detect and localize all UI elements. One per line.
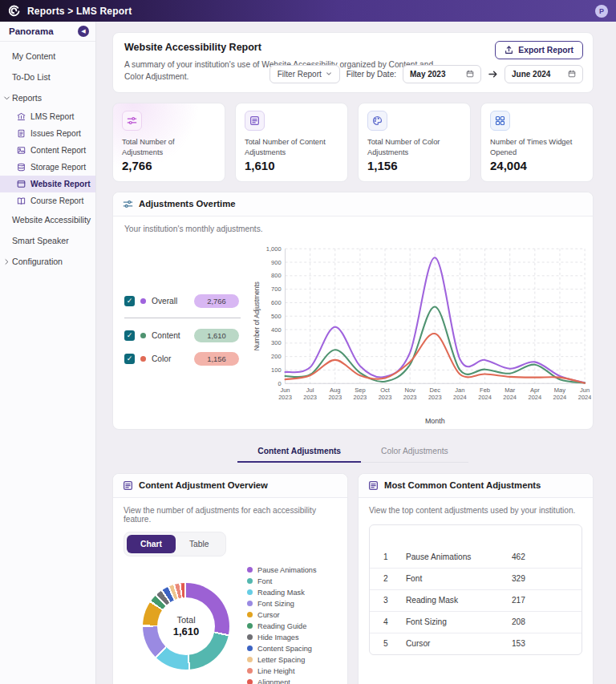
- legend-checkbox[interactable]: ✓: [124, 296, 135, 306]
- storage-icon: [17, 163, 26, 172]
- sidebar-item-configuration[interactable]: Configuration: [0, 251, 95, 272]
- palette-icon: [372, 115, 383, 126]
- calendar-icon: [466, 70, 474, 78]
- legend-checkbox[interactable]: ✓: [124, 330, 135, 341]
- legend-row-color[interactable]: ✓Color1,156: [124, 352, 252, 366]
- legend-total-badge: 2,766: [194, 294, 239, 308]
- tab-content-adjustments[interactable]: Content Adjustments: [237, 440, 361, 463]
- tab-color-adjustments[interactable]: Color Adjustments: [361, 440, 468, 463]
- sidebar-item-website-report[interactable]: Website Report: [0, 176, 95, 192]
- svg-text:2023: 2023: [379, 394, 392, 401]
- common-adjustments-table: 1Pause Animations4622Font3293Reading Mas…: [369, 524, 582, 655]
- legend-dot: [140, 333, 146, 338]
- panel-header: Adjustments Overtime: [113, 192, 593, 217]
- stat-icon-box: [245, 111, 265, 131]
- donut-legend-item-pause-animations: Pause Animations: [247, 566, 317, 574]
- svg-text:Nov: Nov: [404, 387, 415, 394]
- tabs-strip: Content AdjustmentsColor Adjustments: [237, 440, 468, 463]
- sidebar-nav: My ContentTo-Do ListReportsLMS ReportIss…: [0, 42, 95, 272]
- svg-text:2024: 2024: [528, 394, 541, 401]
- sidebar-item-label: Issues Report: [30, 129, 81, 138]
- svg-text:Month: Month: [425, 416, 445, 424]
- report-header-card: Website Accessibility Report A summary o…: [112, 32, 594, 93]
- chart-table-toggle: Chart Table: [124, 532, 226, 557]
- row-rank: 4: [370, 617, 406, 626]
- stat-icon-box: [122, 111, 142, 131]
- legend-checkbox[interactable]: ✓: [124, 354, 135, 364]
- svg-text:Aug: Aug: [330, 387, 340, 394]
- legend-dot: [140, 356, 146, 362]
- sidebar-item-content-report[interactable]: Content Report: [0, 142, 95, 159]
- toggle-chart-button[interactable]: Chart: [127, 535, 176, 553]
- legend-row-overall[interactable]: ✓Overall2,766: [124, 294, 252, 308]
- row-value: 462: [512, 552, 582, 561]
- table-row-pause-animations: 1Pause Animations462: [370, 546, 582, 568]
- svg-text:900: 900: [271, 258, 282, 265]
- sidebar-item-to-do-list[interactable]: To-Do List: [0, 67, 95, 87]
- sidebar-item-my-content[interactable]: My Content: [0, 46, 95, 67]
- donut-legend-dot: [247, 578, 253, 584]
- svg-text:Jul: Jul: [306, 387, 314, 394]
- sidebar-item-course-report[interactable]: Course Report: [0, 192, 95, 209]
- bottom-row: Content Adjustment Overview View the num…: [112, 473, 594, 684]
- sidebar-item-issues-report[interactable]: Issues Report: [0, 125, 95, 142]
- legend-row-content[interactable]: ✓Content1,610: [124, 329, 252, 342]
- sidebar-item-label: LMS Report: [30, 112, 74, 121]
- sidebar-item-label: Course Report: [30, 196, 83, 205]
- svg-text:2023: 2023: [278, 394, 292, 401]
- date-to-field[interactable]: June 2024: [505, 65, 583, 83]
- svg-text:600: 600: [271, 299, 282, 306]
- donut-legend-label: Font Sizing: [257, 600, 294, 608]
- sidebar-collapse-button[interactable]: ◀: [78, 26, 89, 37]
- filter-report-button[interactable]: Filter Report: [270, 65, 340, 83]
- table-row-cursor: 5Cursor153: [370, 633, 582, 654]
- rows-icon: [123, 480, 133, 491]
- svg-text:700: 700: [271, 285, 282, 293]
- svg-text:Dec: Dec: [430, 387, 441, 394]
- panel-header: Content Adjustment Overview: [113, 474, 347, 498]
- breadcrumb: Reports > LMS Report: [27, 6, 132, 17]
- sidebar-item-website-accessibility[interactable]: Website Accessibility: [0, 209, 95, 230]
- rows-icon: [368, 480, 379, 491]
- row-rank: 3: [370, 596, 406, 605]
- date-from-value: May 2023: [410, 70, 445, 79]
- row-value: 208: [512, 617, 582, 626]
- svg-text:Oct: Oct: [380, 387, 391, 394]
- export-report-label: Export Report: [518, 46, 573, 55]
- donut-legend-label: Reading Guide: [257, 622, 306, 630]
- sidebar-item-reports[interactable]: Reports: [0, 87, 95, 108]
- stat-icon-box: [367, 111, 387, 131]
- row-rank: 5: [370, 639, 406, 648]
- svg-text:2024: 2024: [553, 394, 567, 401]
- sidebar-item-label: To-Do List: [12, 72, 51, 82]
- table-row-font: 2Font329: [370, 568, 582, 589]
- sliders-icon: [123, 199, 133, 209]
- sidebar-item-label: Content Report: [30, 146, 86, 155]
- most-common-adjustments-panel: Most Common Content Adjustments View the…: [358, 473, 594, 684]
- svg-text:2024: 2024: [503, 394, 517, 401]
- donut-center-value: 1,610: [173, 625, 200, 637]
- export-report-button[interactable]: Export Report: [495, 41, 583, 59]
- legend-label: Color: [152, 354, 188, 363]
- donut-legend-dot: [247, 612, 253, 617]
- sidebar-item-lms-report[interactable]: LMS Report: [0, 108, 95, 125]
- sidebar-item-label: Smart Speaker: [12, 236, 69, 245]
- donut-legend-dot: [247, 679, 253, 684]
- donut-legend-item-reading-guide: Reading Guide: [247, 622, 317, 630]
- svg-text:2024: 2024: [453, 394, 467, 401]
- donut-legend-label: Hide Images: [257, 633, 299, 642]
- date-to-value: June 2024: [512, 70, 550, 79]
- stats-row: Total Number of Adjustments2,766Total Nu…: [112, 103, 594, 182]
- sidebar-item-smart-speaker[interactable]: Smart Speaker: [0, 230, 95, 251]
- sidebar-item-storage-report[interactable]: Storage Report: [0, 159, 95, 176]
- toggle-table-button[interactable]: Table: [176, 535, 223, 553]
- donut-legend-label: Cursor: [257, 611, 280, 619]
- user-avatar[interactable]: P: [595, 5, 608, 18]
- sidebar: Panorama ◀ My ContentTo-Do ListReportsLM…: [0, 22, 96, 684]
- date-from-field[interactable]: May 2023: [403, 65, 481, 83]
- chart-legend: ✓Overall2,766✓Content1,610✓Color1,156: [120, 235, 252, 426]
- donut-legend-label: Pause Animations: [257, 566, 317, 574]
- table-row-reading-mask: 3Reading Mask217: [370, 589, 582, 611]
- adjustments-overtime-panel: Adjustments Overtime Your institution's …: [112, 192, 594, 430]
- sidebar-item-label: Website Report: [30, 180, 91, 188]
